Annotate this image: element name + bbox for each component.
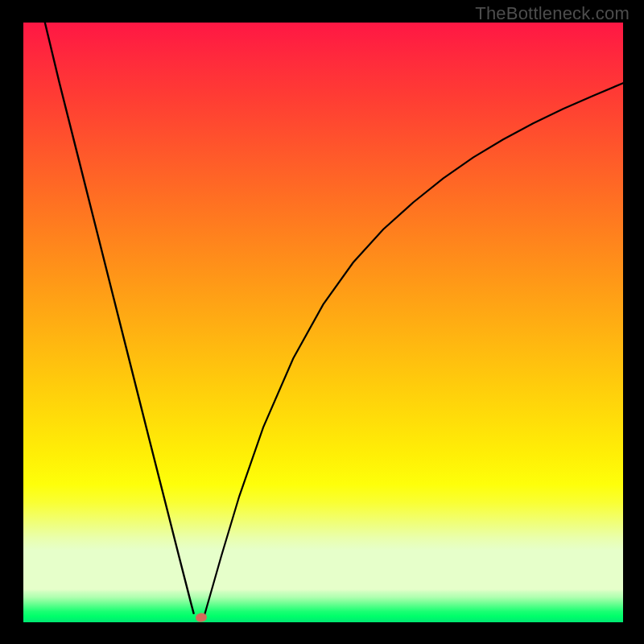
chart-curve bbox=[23, 23, 623, 622]
right-branch-line bbox=[204, 83, 624, 619]
left-branch-line bbox=[45, 23, 194, 613]
watermark-text: TheBottleneck.com bbox=[475, 3, 630, 24]
chart-plot-area bbox=[23, 23, 623, 622]
